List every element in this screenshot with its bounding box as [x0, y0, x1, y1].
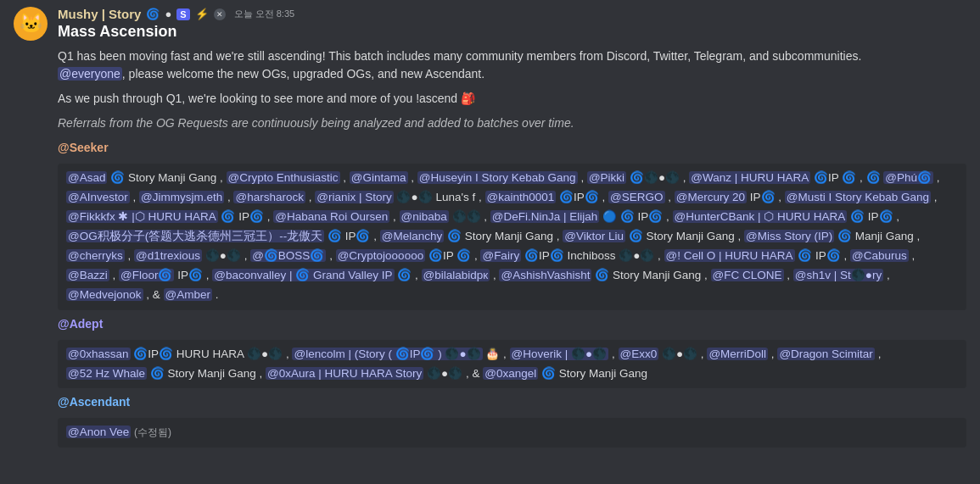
member-dragon[interactable]: @Dragon Scimitar: [777, 348, 875, 360]
member-ashish[interactable]: @AshishVashisht: [499, 269, 591, 281]
member-fikk[interactable]: @Fikkkfx ✱ |⬡ HURU HARA: [66, 210, 218, 223]
member-crypto[interactable]: @Crypto Enthusiastic: [227, 171, 340, 184]
member-floor[interactable]: @Floor🌀: [119, 269, 174, 281]
ascend-paragraph: As we push through Q1, we're looking to …: [58, 90, 966, 108]
member-0xhassan[interactable]: @0xhassan: [66, 348, 131, 360]
member-cello[interactable]: @! Cell O | HURU HARA: [664, 249, 795, 262]
member-og[interactable]: @OG积极分子(答题大逃杀德州三冠王）--龙傲天: [66, 230, 324, 242]
message-wrapper: 🐱 Mushy | Story 🌀 ● S ⚡ ✕ 오늘 오전 8:35 Mas…: [0, 0, 980, 459]
adept-members-block: @0xhassan 🌀IP🌀 HURU HARA 🌑●🌑 , @lencolm …: [58, 340, 966, 389]
message-body: Q1 has been moving fast and we're still …: [58, 47, 966, 448]
member-cherryks[interactable]: @cherryks: [66, 249, 125, 262]
member-nibaba[interactable]: @nibaba: [400, 210, 449, 223]
ascendant-role-label[interactable]: @Ascendant: [58, 395, 130, 409]
ascend-text: As we push through Q1, we're looking to …: [58, 92, 475, 105]
member-jimmy[interactable]: @Jimmysjm.eth: [139, 191, 224, 203]
member-rianix[interactable]: @rianix | Story: [315, 191, 393, 203]
message-title: Mass Ascension: [58, 23, 966, 41]
member-kainth[interactable]: @kainth0001: [485, 191, 557, 203]
s-icon: S: [176, 8, 189, 20]
intro-paragraph: Q1 has been moving fast and we're still …: [58, 47, 966, 83]
member-bazzi[interactable]: @Bazzi: [66, 269, 109, 281]
seeker-members-block: @Asad 🌀 Story Manji Gang , @Crypto Enthu…: [58, 164, 966, 310]
intro-text: Q1 has been moving fast and we're still …: [58, 49, 861, 63]
member-anon-vee[interactable]: @Anon Vee: [66, 426, 131, 438]
member-pikki[interactable]: @Pikki: [587, 171, 626, 184]
member-exx0[interactable]: @Exx0: [619, 348, 659, 360]
member-hoverik[interactable]: @Hoverik | 🌑●🌑: [510, 348, 609, 360]
everyone-mention[interactable]: @everyone: [58, 67, 122, 81]
member-sergo[interactable]: @SERGO: [608, 191, 664, 203]
adept-members-text: @0xhassan 🌀IP🌀 HURU HARA 🌑●🌑 , @lencolm …: [66, 348, 881, 380]
verified-icon: 🌀: [146, 8, 160, 20]
message-content: Mushy | Story 🌀 ● S ⚡ ✕ 오늘 오전 8:35 Mass …: [58, 7, 966, 453]
username: Mushy | Story: [58, 7, 141, 21]
member-gintama[interactable]: @Gintama: [350, 171, 408, 184]
member-phu[interactable]: @Phú🌀: [883, 171, 933, 184]
member-amber[interactable]: @Amber: [164, 288, 212, 301]
member-defi[interactable]: @DeFi.NinJa | Elijah: [490, 210, 600, 223]
member-52hz[interactable]: @52 Hz Whale: [66, 367, 147, 380]
member-lencolm[interactable]: @lencolm | (Story ( 🌀IP🌀 ) 🌑●🌑: [292, 348, 482, 360]
dot-icon: ●: [165, 8, 171, 20]
welcome-text: , please welcome the new OGs, upgraded O…: [122, 67, 484, 81]
edited-label: (수정됨): [134, 426, 171, 438]
member-melanchy[interactable]: @Melanchy: [380, 230, 444, 242]
member-habana[interactable]: @Habana Roi Oursen: [273, 210, 389, 223]
avatar: 🐱: [14, 7, 48, 41]
adept-section-label: @Adept: [58, 315, 966, 333]
ascendant-members-block: @Anon Vee (수정됨): [58, 418, 966, 448]
member-mercury[interactable]: @Mercury 20: [675, 191, 747, 203]
ascendant-section-label: @Ascendant: [58, 393, 966, 411]
member-viktor[interactable]: @Viktor Liu: [563, 230, 625, 242]
member-ainvestor[interactable]: @AInvestor: [66, 191, 130, 203]
seeker-section-label: @Seeker: [58, 139, 966, 157]
member-fairy[interactable]: @Fairy: [480, 249, 521, 262]
member-hunter[interactable]: @HunterCBank | ⬡ HURU HARA: [673, 210, 848, 223]
member-merridoll[interactable]: @MerriDoll: [707, 348, 768, 360]
member-caburus[interactable]: @Caburus: [850, 249, 909, 262]
member-miss-story[interactable]: @Miss Story (IP): [744, 230, 834, 242]
member-cryptojoo[interactable]: @Cryptojoooooo: [336, 249, 426, 262]
member-wanz[interactable]: @Wanz | HURU HARA: [689, 171, 810, 184]
member-boss[interactable]: @🌀BOSS🌀: [250, 249, 326, 262]
close-icon[interactable]: ✕: [214, 8, 226, 20]
italic-note: Referrals from the OG Requests are conti…: [58, 114, 966, 132]
seeker-members-text: @Asad 🌀 Story Manji Gang , @Crypto Enthu…: [66, 171, 940, 301]
member-harsh[interactable]: @harsharock: [233, 191, 305, 203]
member-asad[interactable]: @Asad: [66, 171, 107, 184]
avatar-icon: 🐱: [20, 13, 42, 35]
member-0xaura[interactable]: @0xAura | HURU HARA Story: [266, 367, 423, 380]
ascendant-members-text: @Anon Vee (수정됨): [66, 426, 171, 438]
member-medvejonok[interactable]: @Medvejonok: [66, 288, 143, 301]
member-fc-clone[interactable]: @FC CLONE: [711, 269, 784, 281]
timestamp: 오늘 오전 8:35: [234, 8, 295, 20]
seeker-role-label[interactable]: @Seeker: [58, 141, 109, 154]
adept-role-label[interactable]: @Adept: [58, 317, 103, 331]
member-d1trexious[interactable]: @d1trexious: [134, 249, 202, 262]
member-0xangel[interactable]: @0xangel: [483, 367, 538, 380]
member-sh1v[interactable]: @sh1v | St🌑●ry: [793, 269, 883, 281]
member-bilal[interactable]: @bilalabidpк: [422, 269, 490, 281]
lightning-icon: ⚡: [195, 8, 209, 20]
member-huseyin[interactable]: @Huseyin I Story Kebab Gang: [417, 171, 578, 184]
member-baconvalley[interactable]: @baconvalley | 🌀 Grand Valley IP: [212, 269, 394, 281]
member-musti[interactable]: @Musti I Story Kebab Gang: [785, 191, 931, 203]
message-header: Mushy | Story 🌀 ● S ⚡ ✕ 오늘 오전 8:35: [58, 7, 966, 21]
